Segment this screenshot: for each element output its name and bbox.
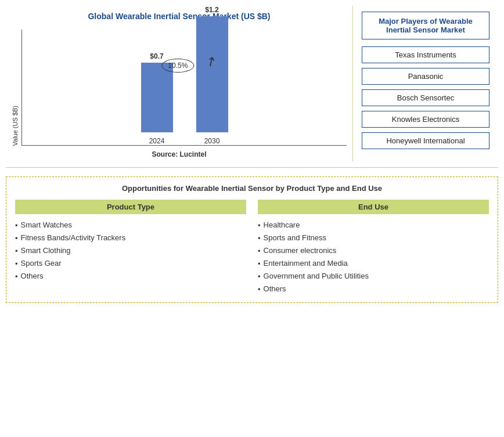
source-label: Source: Lucintel (152, 150, 206, 158)
list-item: • Sports and Fitness (258, 232, 489, 244)
item-text: Others (264, 284, 286, 293)
bullet-icon: • (15, 234, 18, 243)
player-item-3: Knowles Electronics (362, 111, 489, 128)
bar-2024 (141, 63, 173, 132)
players-title: Major Players of Wearable Inertial Senso… (362, 12, 489, 39)
bullet-icon: • (258, 272, 261, 281)
bullet-icon: • (258, 234, 261, 243)
list-item: • Others (258, 283, 489, 295)
item-text: Healthcare (264, 221, 300, 229)
item-text: Smart Watches (21, 221, 72, 229)
main-container: Global Wearable Inertial Sensor Market (… (0, 0, 504, 437)
chart-inner: 10.5% ↗ $0.7 2024 $1.2 (21, 30, 347, 146)
bullet-icon: • (15, 221, 18, 230)
player-item-1: Panasonic (362, 68, 489, 85)
bar-label-2030: 2030 (204, 137, 220, 145)
item-text: Government and Public Utilities (264, 272, 369, 280)
list-item: • Healthcare (258, 219, 489, 232)
list-item: • Government and Public Utilities (258, 270, 489, 283)
opportunities-title: Opportunities for Wearable Inertial Sens… (15, 184, 489, 193)
bullet-icon: • (15, 272, 18, 281)
item-text: Sports Gear (21, 259, 62, 268)
player-item-2: Bosch Sensortec (362, 89, 489, 106)
bar-label-2024: 2024 (149, 137, 165, 145)
bar-2030 (196, 16, 228, 132)
bar-chart: 10.5% ↗ $0.7 2024 $1.2 (21, 30, 347, 146)
list-item: • Others (15, 270, 246, 283)
chart-wrapper: Value (US $B) 10.5% ↗ $0.7 (12, 30, 347, 146)
item-text: Smart Clothing (21, 246, 71, 255)
bullet-icon: • (15, 247, 18, 255)
product-type-column: Product Type • Smart Watches • Fitness B… (15, 200, 246, 295)
players-area: Major Players of Wearable Inertial Senso… (353, 6, 498, 161)
bar-value-2030: $1.2 (205, 6, 218, 14)
product-type-header: Product Type (15, 200, 246, 214)
item-text: Entertainment and Media (264, 259, 348, 268)
cagr-label: 10.5% (161, 59, 194, 73)
item-text: Sports and Fitness (264, 233, 326, 242)
chart-area: Global Wearable Inertial Sensor Market (… (6, 6, 353, 161)
list-item: • Smart Clothing (15, 244, 246, 257)
end-use-header: End Use (258, 200, 489, 214)
bullet-icon: • (258, 259, 261, 268)
bullet-icon: • (258, 285, 261, 294)
list-item: • Fitness Bands/Activity Trackers (15, 232, 246, 244)
list-item: • Consumer electronics (258, 244, 489, 257)
player-item-0: Texas Instruments (362, 46, 489, 63)
bullet-icon: • (15, 259, 18, 268)
end-use-list: • Healthcare • Sports and Fitness • Cons… (258, 219, 489, 295)
list-item: • Sports Gear (15, 257, 246, 270)
y-axis-label: Value (US $B) (12, 106, 19, 146)
bottom-section: Opportunities for Wearable Inertial Sens… (6, 176, 498, 303)
opportunities-content: Product Type • Smart Watches • Fitness B… (15, 200, 489, 295)
bullet-icon: • (258, 247, 261, 255)
end-use-column: End Use • Healthcare • Sports and Fitnes… (258, 200, 489, 295)
item-text: Fitness Bands/Activity Trackers (21, 233, 126, 242)
item-text: Others (21, 272, 44, 280)
product-type-list: • Smart Watches • Fitness Bands/Activity… (15, 219, 246, 283)
list-item: • Entertainment and Media (258, 257, 489, 270)
list-item: • Smart Watches (15, 219, 246, 232)
item-text: Consumer electronics (264, 246, 337, 255)
bullet-icon: • (258, 221, 261, 230)
bar-group-2030: $1.2 2030 (196, 6, 228, 145)
player-item-4: Honeywell International (362, 132, 489, 149)
cagr-annotation: 10.5% ↗ (161, 59, 194, 73)
top-section: Global Wearable Inertial Sensor Market (… (6, 6, 498, 168)
chart-title: Global Wearable Inertial Sensor Market (… (88, 12, 270, 21)
